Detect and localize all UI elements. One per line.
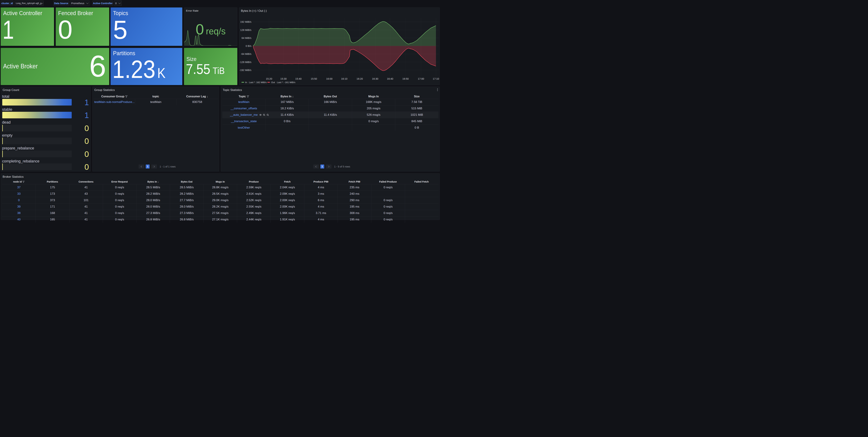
svg-text:17:10: 17:10 bbox=[433, 77, 439, 80]
svg-text:16:00: 16:00 bbox=[326, 77, 333, 80]
svg-text:15:30: 15:30 bbox=[280, 77, 287, 80]
svg-text:Last *: 162 MiB/s: Last *: 162 MiB/s bbox=[249, 81, 267, 84]
svg-text:15:50: 15:50 bbox=[311, 77, 317, 80]
svg-text:0 B/s: 0 B/s bbox=[246, 44, 251, 48]
svg-text:16:40: 16:40 bbox=[387, 77, 393, 80]
svg-text:Out: Out bbox=[271, 81, 275, 84]
svg-text:-64 MiB/s: -64 MiB/s bbox=[241, 53, 251, 55]
svg-text:16:20: 16:20 bbox=[356, 77, 363, 80]
svg-text:16:30: 16:30 bbox=[372, 77, 378, 80]
svg-text:15:20: 15:20 bbox=[266, 77, 272, 80]
svg-text:Last *: -161 MiB/s: Last *: -161 MiB/s bbox=[277, 81, 296, 84]
svg-text:17:00: 17:00 bbox=[418, 77, 424, 80]
svg-text:16:10: 16:10 bbox=[341, 77, 347, 80]
svg-text:-192 MiB/s: -192 MiB/s bbox=[239, 69, 251, 71]
svg-text:15:40: 15:40 bbox=[295, 77, 302, 80]
svg-text:64 MiB/s: 64 MiB/s bbox=[242, 37, 251, 39]
svg-text:192 MiB/s: 192 MiB/s bbox=[240, 21, 251, 23]
svg-text:16:50: 16:50 bbox=[402, 77, 409, 80]
svg-text:128 MiB/s: 128 MiB/s bbox=[240, 29, 251, 31]
svg-text:In: In bbox=[245, 81, 247, 84]
svg-text:-128 MiB/s: -128 MiB/s bbox=[239, 61, 251, 64]
